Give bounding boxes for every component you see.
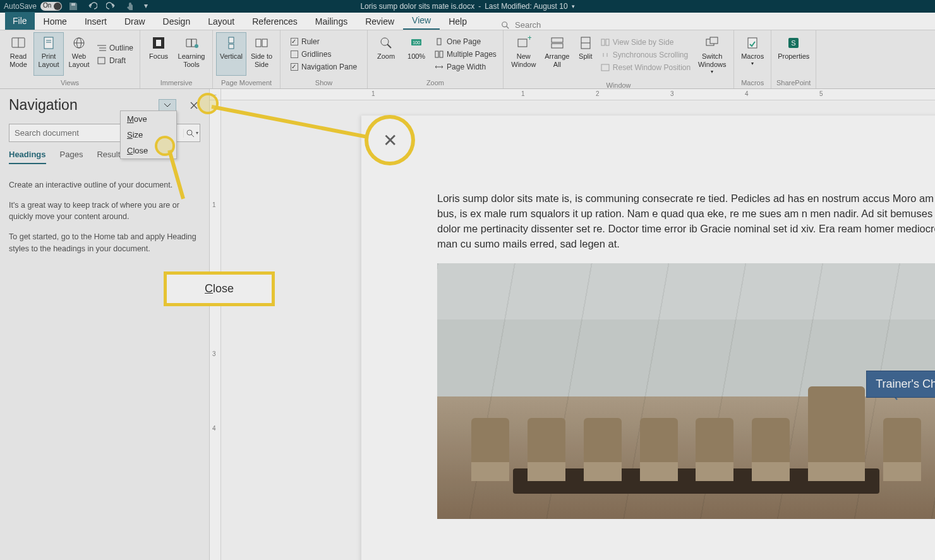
switch-windows-icon: [704, 35, 720, 51]
outline-button[interactable]: Outline: [95, 43, 136, 53]
undo-icon[interactable]: [87, 1, 97, 11]
svg-text:S: S: [792, 39, 796, 47]
page-width-icon: [435, 63, 443, 71]
properties-button[interactable]: SProperties: [775, 33, 812, 75]
tab-insert[interactable]: Insert: [76, 13, 116, 30]
focus-button[interactable]: Focus: [144, 33, 173, 75]
side-by-side-icon: [601, 39, 610, 46]
svg-point-43: [187, 130, 192, 135]
tab-layout[interactable]: Layout: [199, 13, 243, 30]
nav-pane-checkbox[interactable]: Navigation Pane: [288, 62, 359, 72]
tab-view[interactable]: View: [403, 12, 440, 30]
tab-references[interactable]: References: [243, 13, 306, 30]
content-area: Navigation ▾ Headings Pages Results Crea…: [0, 89, 935, 560]
annotation-close-box: Close: [164, 271, 275, 306]
side-to-side-button[interactable]: Side to Side: [247, 33, 276, 75]
svg-text:100: 100: [413, 40, 420, 45]
tab-design[interactable]: Design: [154, 13, 200, 30]
gridlines-checkbox[interactable]: Gridlines: [288, 49, 359, 59]
search-icon: [186, 129, 195, 138]
svg-line-44: [191, 134, 194, 137]
split-icon: [578, 35, 593, 51]
tab-review[interactable]: Review: [356, 13, 403, 30]
tell-me-search[interactable]: Search: [501, 20, 541, 30]
web-layout-button[interactable]: Web Layout: [64, 33, 94, 75]
nav-pane-options-button[interactable]: [159, 99, 176, 112]
ribbon: Read Mode Print Layout Web Layout Outlin…: [0, 30, 935, 89]
macros-button[interactable]: Macros▾: [738, 33, 767, 75]
tab-file[interactable]: File: [5, 12, 35, 30]
horizontal-ruler[interactable]: ⌐ 1 1 2 3 4 5: [221, 89, 935, 100]
svg-rect-18: [229, 37, 234, 43]
new-window-button[interactable]: +New Window: [507, 33, 540, 78]
paragraph-text: Loris sump dolor sits mate is, is commun…: [437, 191, 935, 252]
new-window-icon: +: [516, 35, 531, 51]
print-layout-icon: [41, 35, 56, 51]
document-area: ⌐ 1 1 2 3 4 5 1 2 3 4 Loris sump dolor s…: [210, 89, 935, 560]
title-bar: AutoSave On ▾ Loris sump dolor sits mate…: [0, 0, 935, 13]
image-callout[interactable]: Trainer's Chair: [866, 371, 935, 398]
tab-draw[interactable]: Draw: [116, 13, 154, 30]
zoom-100-button[interactable]: 100100%: [402, 33, 431, 75]
switch-windows-button[interactable]: Switch Windows▾: [694, 33, 730, 78]
ruler-checkbox[interactable]: Ruler: [288, 37, 359, 47]
one-page-button[interactable]: One Page: [432, 37, 499, 47]
tab-mailings[interactable]: Mailings: [306, 13, 356, 30]
svg-rect-0: [71, 3, 75, 6]
vertical-button[interactable]: Vertical: [217, 33, 246, 75]
svg-rect-16: [156, 40, 161, 46]
learning-tools-icon: [184, 35, 199, 51]
svg-rect-39: [710, 37, 718, 44]
page-movement-group-label: Page Movement: [213, 78, 280, 88]
qat-more-icon[interactable]: ▾: [144, 1, 149, 11]
document-image[interactable]: Trainer's Chair: [437, 263, 935, 519]
nav-search-button[interactable]: ▾: [183, 129, 200, 138]
zoom-button[interactable]: Zoom: [371, 33, 401, 75]
title-separator: -: [478, 2, 481, 11]
zoom-100-icon: 100: [409, 35, 424, 51]
print-layout-button[interactable]: Print Layout: [34, 33, 63, 75]
svg-rect-28: [440, 51, 443, 57]
learning-tools-button[interactable]: Learning Tools: [174, 33, 208, 75]
toggle-switch[interactable]: On: [40, 2, 62, 11]
nav-help-1: Create an interactive outline of your do…: [9, 179, 200, 191]
chevron-down-icon[interactable]: ▾: [572, 3, 575, 9]
zoom-close-icon: ✕: [368, 119, 411, 162]
menu-item-move[interactable]: Move: [121, 111, 176, 127]
redo-icon[interactable]: [106, 1, 116, 11]
tab-help[interactable]: Help: [440, 13, 476, 30]
nav-pane-close-button[interactable]: [188, 102, 200, 109]
group-show: Ruler Gridlines Navigation Pane Show: [280, 30, 368, 88]
highlight-nav-close: [200, 95, 216, 112]
svg-rect-5: [44, 37, 53, 49]
group-views: Read Mode Print Layout Web Layout Outlin…: [0, 30, 140, 88]
macros-icon: [745, 35, 760, 51]
read-mode-button[interactable]: Read Mode: [4, 33, 33, 75]
nav-tab-headings[interactable]: Headings: [9, 150, 46, 164]
multiple-pages-button[interactable]: Multiple Pages: [432, 49, 499, 59]
draft-button[interactable]: Draft: [95, 56, 136, 66]
nav-tab-pages[interactable]: Pages: [60, 150, 83, 164]
multiple-pages-icon: [435, 51, 443, 58]
autosave-toggle[interactable]: AutoSave On: [4, 2, 62, 11]
svg-rect-14: [98, 57, 105, 64]
split-button[interactable]: Split: [574, 33, 597, 78]
svg-line-2: [507, 26, 509, 28]
arrange-all-button[interactable]: Arrange All: [541, 33, 573, 78]
focus-icon: [151, 35, 166, 51]
one-page-icon: [435, 38, 443, 45]
page-width-button[interactable]: Page Width: [432, 62, 499, 72]
tab-home[interactable]: Home: [35, 13, 76, 30]
window-title: Loris sump dolor sits mate is.docx - Las…: [360, 2, 574, 11]
group-page-movement: Vertical Side to Side Page Movement: [213, 30, 280, 88]
sync-scroll-button: Synchronous Scrolling: [598, 50, 693, 60]
document-page[interactable]: Loris sump dolor sits mate is, is commun…: [361, 116, 935, 560]
checkbox-icon: [291, 63, 298, 71]
group-immersive: Focus Learning Tools Immersive: [140, 30, 213, 88]
immersive-group-label: Immersive: [140, 78, 212, 88]
touch-mode-icon[interactable]: [125, 1, 135, 11]
last-modified[interactable]: Last Modified: August 10: [485, 2, 567, 11]
vertical-ruler[interactable]: 1 2 3 4: [210, 100, 221, 560]
web-layout-icon: [71, 35, 87, 51]
save-icon[interactable]: [68, 1, 78, 11]
